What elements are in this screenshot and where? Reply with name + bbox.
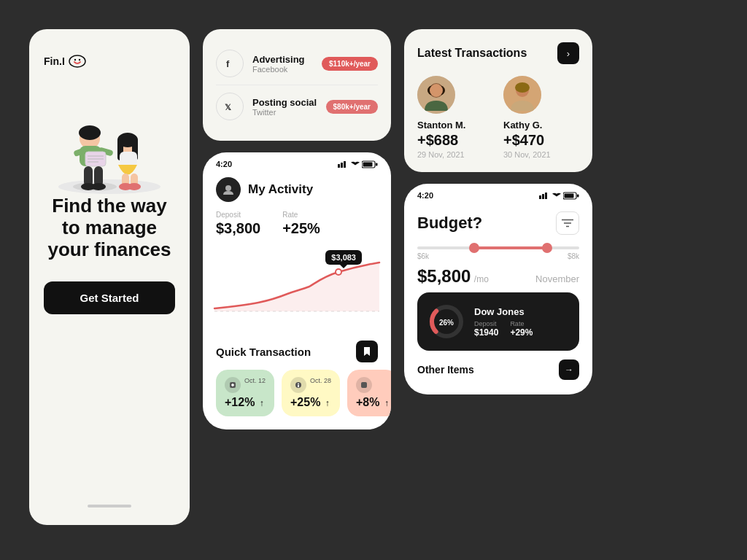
facebook-badge: $110k+/year [322, 57, 378, 71]
transaction-cards-row: Oct. 12 +12% ↑ Oct. 28 +25% ↑ [203, 370, 391, 429]
rate-stat: Rate +25% [282, 211, 320, 237]
facebook-icon: f [216, 50, 244, 77]
status-icons-activity [338, 160, 378, 168]
activity-stats: Deposit $3,800 Rate +25% [203, 211, 391, 244]
right-column: Latest Transactions › Stant [404, 29, 592, 394]
hero-card: Fin.Bank [29, 29, 190, 525]
social-card: f Advertising Facebook $110k+/year 𝕏 Pos… [203, 29, 391, 141]
quick-tx-header: Quick Transaction [203, 332, 391, 370]
dow-jones-card: 26% Dow Jones Deposit $1940 Rate [417, 292, 579, 351]
budget-title-row: Budget? [417, 203, 579, 242]
tx-icon-2 [290, 377, 306, 393]
other-items-header: Other Items → [417, 358, 579, 384]
avatar-kathy [503, 76, 541, 114]
activity-chart: $3,083 [203, 244, 391, 332]
activity-title: My Activity [248, 182, 313, 197]
logo: Fin.Bank [44, 51, 86, 71]
filter-button[interactable] [556, 211, 579, 235]
middle-column: f Advertising Facebook $110k+/year 𝕏 Pos… [203, 29, 391, 429]
status-bar-budget: 4:20 [404, 184, 592, 203]
svg-rect-56 [545, 192, 547, 199]
transaction-person-1: Stanton M. +$688 29 Nov, 2021 [417, 76, 493, 159]
transaction-person-2: Kathy G. +$470 30 Nov, 2021 [503, 76, 579, 159]
svg-text:f: f [226, 58, 230, 69]
svg-rect-58 [565, 193, 574, 198]
activity-card: 4:20 My Activity Deposit $3,800 [203, 152, 391, 429]
other-items-arrow-button[interactable]: → [559, 359, 579, 380]
deposit-stat: Deposit $3,800 [216, 211, 260, 237]
hero-headline: Find the way to manage your finances [44, 195, 175, 261]
bookmark-button[interactable] [356, 341, 378, 362]
svg-point-27 [128, 183, 141, 190]
svg-point-3 [79, 59, 80, 61]
svg-point-18 [91, 183, 106, 190]
dj-info: Dow Jones Deposit $1940 Rate +29% [474, 306, 569, 338]
svg-point-36 [225, 185, 231, 191]
tx-card-3: +8% ↑ [347, 370, 391, 416]
svg-rect-55 [542, 194, 544, 199]
slider-fill [474, 246, 547, 249]
slider-thumb-right[interactable] [542, 243, 552, 253]
svg-point-39 [336, 270, 341, 274]
budget-title: Budget? [417, 214, 482, 233]
home-indicator [88, 505, 131, 508]
svg-point-53 [515, 82, 530, 93]
logo-smiley-icon [69, 54, 86, 69]
transactions-title: Latest Transactions [417, 47, 527, 60]
tx-card-2: Oct. 28 +25% ↑ [282, 370, 340, 416]
quick-tx-title: Quick Transaction [216, 346, 311, 358]
social-info-twitter: Posting social Twitter [252, 97, 317, 117]
svg-point-2 [74, 59, 76, 61]
svg-text:26%: 26% [439, 319, 454, 327]
svg-text:Fin.Bank: Fin.Bank [44, 55, 64, 67]
avatar-stanton [417, 76, 455, 114]
social-item-facebook: f Advertising Facebook $110k+/year [216, 42, 378, 85]
svg-point-50 [430, 84, 443, 97]
svg-rect-45 [298, 385, 299, 387]
twitter-badge: $80k+/year [326, 100, 378, 114]
svg-rect-46 [361, 382, 367, 388]
budget-slider[interactable] [417, 246, 579, 249]
budget-body: Budget? $6k $8k $5,800 [404, 203, 592, 394]
transactions-people: Stanton M. +$688 29 Nov, 2021 Kathy [417, 76, 579, 159]
status-time-budget: 4:20 [417, 191, 433, 200]
svg-rect-32 [344, 161, 346, 168]
svg-rect-31 [341, 163, 343, 168]
status-bar-activity: 4:20 [203, 152, 391, 171]
svg-point-7 [79, 125, 101, 140]
budget-amount-row: $5,800 /mo November [417, 266, 579, 287]
budget-card: 4:20 Budget? [404, 184, 592, 394]
status-time-activity: 4:20 [216, 160, 232, 168]
svg-rect-23 [120, 152, 137, 166]
svg-point-1 [69, 55, 85, 67]
get-started-button[interactable]: Get Started [44, 281, 175, 314]
transactions-header: Latest Transactions › [417, 42, 579, 64]
social-info-facebook: Advertising Facebook [252, 54, 313, 74]
svg-rect-59 [577, 194, 579, 197]
tx-icon-3 [356, 377, 372, 393]
transactions-card: Latest Transactions › Stant [404, 29, 592, 172]
activity-header: My Activity [203, 171, 391, 211]
svg-rect-35 [376, 163, 378, 166]
other-items-title: Other Items [417, 364, 474, 376]
dj-donut-chart: 26% [427, 303, 465, 341]
svg-rect-54 [539, 195, 541, 199]
chart-tooltip: $3,083 [325, 250, 362, 265]
svg-rect-34 [363, 162, 373, 166]
svg-text:𝕏: 𝕏 [225, 103, 231, 112]
twitter-icon: 𝕏 [216, 93, 244, 120]
svg-point-44 [298, 384, 299, 385]
tx-card-1: Oct. 12 +12% ↑ [216, 370, 274, 416]
social-item-twitter: 𝕏 Posting social Twitter $80k+/year [216, 85, 378, 128]
tx-icon-1 [225, 377, 241, 393]
activity-avatar [216, 177, 241, 202]
hero-illustration [47, 79, 171, 195]
svg-rect-30 [338, 164, 340, 168]
slider-labels: $6k $8k [417, 252, 579, 260]
slider-thumb-left[interactable] [469, 243, 479, 253]
transactions-arrow-button[interactable]: › [557, 42, 579, 64]
